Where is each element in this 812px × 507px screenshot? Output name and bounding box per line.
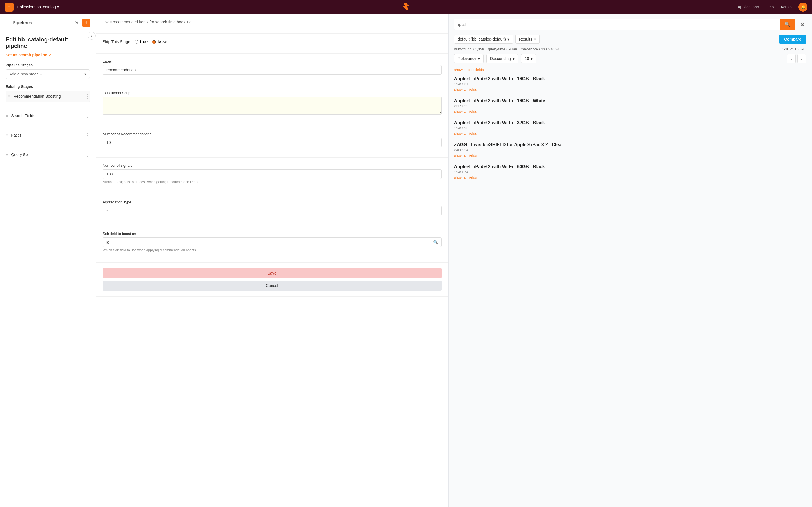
settings-button[interactable]: ⚙	[799, 20, 806, 29]
conditional-script-label: Conditional Script	[103, 91, 442, 95]
num-recommendations-label: Number of Recommendations	[103, 132, 442, 136]
search-input[interactable]	[455, 19, 780, 30]
result-item: Apple® - iPad® 2 with Wi-Fi - 64GB - Bla…	[454, 164, 807, 179]
label-field-label: Label	[103, 59, 442, 63]
skip-stage-label: Skip This Stage	[103, 40, 130, 44]
chevron-down-icon: ▾	[507, 37, 509, 41]
stage-between-dots: ⋮	[6, 142, 90, 149]
sort-direction-select[interactable]: Descending ▾	[486, 54, 518, 63]
show-all-fields-link[interactable]: show all fields	[454, 153, 807, 158]
chevron-down-icon: ▾	[57, 5, 59, 9]
result-id: 2339322	[454, 104, 807, 108]
save-button[interactable]: Save	[103, 268, 442, 278]
result-item: Apple® - iPad® 2 with Wi-Fi - 16GB - Whi…	[454, 98, 807, 114]
close-panel-button[interactable]: ✕	[73, 18, 80, 27]
drag-handle-icon: ≡	[6, 133, 8, 138]
skip-stage-row: Skip This Stage true false	[103, 39, 442, 44]
aggregation-type-section: Aggregation Type	[96, 194, 448, 226]
result-title: Apple® - iPad® 2 with Wi-Fi - 16GB - Bla…	[454, 76, 807, 81]
num-signals-input[interactable]	[103, 169, 442, 179]
num-recommendations-input[interactable]	[103, 138, 442, 147]
results-select[interactable]: Results ▾	[515, 35, 540, 44]
show-all-fields-link[interactable]: show all fields	[454, 87, 807, 92]
num-signals-label: Number of signals	[103, 163, 442, 168]
actions-section: Save Cancel	[96, 263, 448, 297]
set-search-pipeline-link[interactable]: Set as search pipeline	[6, 53, 47, 57]
solr-field-input-wrapper: 🔍	[103, 237, 442, 247]
help-link[interactable]: Help	[766, 5, 774, 9]
next-page-button[interactable]: ›	[797, 54, 806, 63]
show-all-fields-link[interactable]: show all fields	[454, 109, 807, 114]
cancel-button[interactable]: Cancel	[103, 281, 442, 291]
stage-item-query-solr[interactable]: ≡ Query Solr ⋮	[6, 149, 90, 161]
chevron-down-icon: ▾	[84, 72, 86, 76]
sort-select[interactable]: Relevancy ▾	[454, 54, 484, 63]
stage-options-icon[interactable]: ⋮	[85, 94, 90, 99]
aggregation-type-input[interactable]	[103, 206, 442, 216]
app-logo	[402, 2, 410, 12]
result-id: 2408224	[454, 148, 807, 152]
set-search-pipeline-section: Set as search pipeline ↗	[0, 52, 96, 61]
result-item: Apple® - iPad® 2 with Wi-Fi - 16GB - Bla…	[454, 76, 807, 92]
pipeline-stages-section: Pipeline Stages Add a new stage + ▾	[0, 61, 96, 82]
stage-options-icon[interactable]: ⋮	[85, 152, 90, 157]
stage-between-dots: ⋮	[6, 103, 90, 110]
result-title: Apple® - iPad® 2 with Wi-Fi - 16GB - Whi…	[454, 98, 807, 103]
search-button[interactable]: 🔍	[780, 19, 795, 30]
edit-pipeline-title: Edit bb_catalog-default pipeline	[6, 36, 90, 49]
stage-name: Recommendation Boosting	[13, 94, 61, 99]
applications-link[interactable]: Applications	[738, 5, 759, 9]
stage-item-recommendation-boosting[interactable]: ≡ Recommendation Boosting ⋮	[6, 91, 90, 102]
stage-item-search-fields[interactable]: ≡ Search Fields ⋮	[6, 110, 90, 122]
stage-options-icon[interactable]: ⋮	[85, 113, 90, 118]
max-score-meta: max-score • 13.037658	[521, 47, 559, 51]
chevron-down-icon: ▾	[478, 56, 480, 61]
navbar-right: Applications Help Admin 🔔	[738, 3, 808, 11]
num-signals-group: Number of signals Number of signals to p…	[103, 163, 442, 184]
solr-field-input[interactable]	[103, 237, 442, 247]
panel-header: ← Pipelines ✕ +	[0, 14, 96, 32]
prev-page-button[interactable]: ‹	[786, 54, 796, 63]
stage-item-facet[interactable]: ≡ Facet ⋮	[6, 129, 90, 142]
navigate-back-button[interactable]: ‹	[88, 32, 96, 40]
aggregation-type-label: Aggregation Type	[103, 200, 442, 204]
results-meta: num-found • 1,359 query-time • 9 ms max-…	[454, 47, 807, 51]
skip-true-radio[interactable]	[135, 40, 139, 44]
pipeline-select[interactable]: default (bb_catalog-default) ▾	[454, 35, 513, 44]
compare-button[interactable]: Compare	[779, 35, 806, 44]
search-icon: 🔍	[433, 240, 439, 245]
back-button[interactable]: ←	[6, 20, 10, 25]
show-all-fields-link[interactable]: show all fields	[454, 131, 807, 135]
num-found-meta: num-found • 1,359	[454, 47, 484, 51]
num-recommendations-section: Number of Recommendations	[96, 126, 448, 158]
existing-stages-section: Existing Stages ≡ Recommendation Boostin…	[0, 82, 96, 163]
drag-handle-icon: ≡	[6, 113, 8, 118]
config-panel: Uses recommended items for search time b…	[96, 14, 449, 507]
admin-link[interactable]: Admin	[780, 5, 792, 9]
pagination-buttons: ‹ ›	[786, 54, 806, 63]
add-panel-button[interactable]: +	[82, 18, 90, 27]
label-section: Label	[96, 54, 448, 85]
stage-between-dots: ⋮	[6, 122, 90, 129]
show-all-doc-fields-link[interactable]: show all doc fields	[454, 68, 807, 72]
uses-description: Uses recommended items for search time b…	[103, 20, 442, 24]
filter-sort-row: Relevancy ▾ Descending ▾ 10 ▾ ‹ ›	[454, 54, 807, 63]
conditional-script-input[interactable]	[103, 97, 442, 115]
avatar[interactable]: 🔔	[799, 3, 808, 11]
add-stage-dropdown[interactable]: Add a new stage + ▾	[6, 69, 90, 79]
panel-header-left: ← Pipelines	[6, 20, 32, 25]
add-collection-button[interactable]: +	[4, 3, 13, 11]
label-input[interactable]	[103, 65, 442, 75]
result-title: Apple® - iPad® 2 with Wi-Fi - 32GB - Bla…	[454, 120, 807, 125]
conditional-script-group: Conditional Script	[103, 91, 442, 116]
num-recommendations-group: Number of Recommendations	[103, 132, 442, 147]
pagination-label: 1-10 of 1,359	[782, 47, 804, 51]
collection-selector[interactable]: Collection: bb_catalog ▾	[17, 5, 59, 9]
show-all-fields-link[interactable]: show all fields	[454, 175, 807, 179]
per-page-select[interactable]: 10 ▾	[521, 54, 537, 63]
skip-false-option[interactable]: false	[152, 39, 167, 44]
stage-name: Query Solr	[11, 152, 30, 157]
stage-options-icon[interactable]: ⋮	[85, 133, 90, 138]
skip-false-radio[interactable]	[152, 40, 156, 44]
skip-true-option[interactable]: true	[135, 39, 148, 44]
